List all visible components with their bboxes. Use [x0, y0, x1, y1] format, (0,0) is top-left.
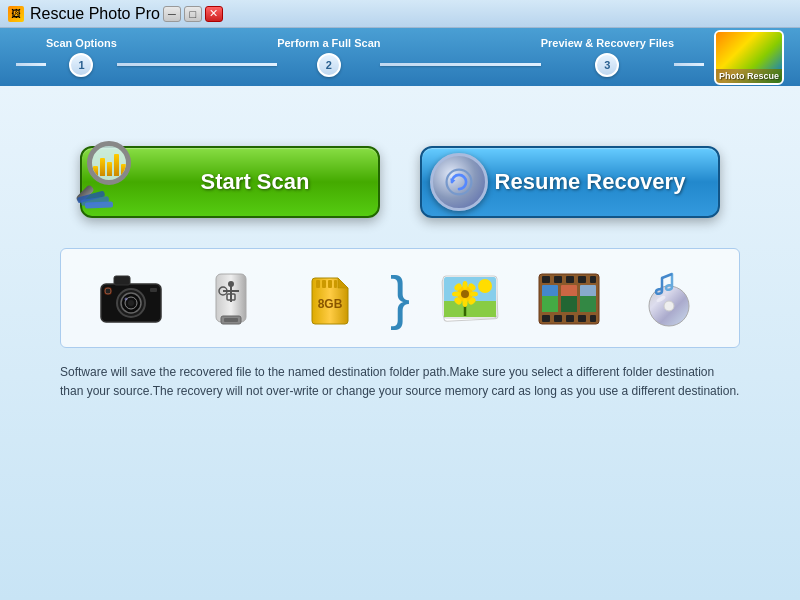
steps-container: Scan Options 1 Perform a Full Scan 2 Pre…: [16, 37, 704, 77]
svg-point-17: [228, 281, 234, 287]
resume-recovery-button[interactable]: Resume Recovery: [420, 146, 720, 218]
close-button[interactable]: ✕: [205, 6, 223, 22]
description-text: Software will save the recovered file to…: [60, 365, 739, 398]
step-2-label: Perform a Full Scan: [277, 37, 380, 49]
buttons-row: Start Scan Resume Recovery: [80, 146, 720, 218]
bar-1: [93, 166, 98, 176]
step-line-start: [16, 63, 46, 66]
music-icon: [629, 263, 709, 333]
svg-rect-24: [334, 280, 337, 288]
brace-symbol: }: [390, 264, 410, 331]
svg-line-60: [662, 274, 672, 278]
film-icon: [529, 263, 609, 333]
svg-rect-47: [542, 315, 550, 322]
brace-separator: }: [390, 268, 410, 328]
start-scan-button[interactable]: Start Scan: [80, 146, 380, 218]
svg-rect-55: [561, 296, 577, 312]
svg-point-36: [470, 291, 478, 296]
magnifier-glass: [87, 141, 131, 185]
svg-rect-53: [542, 296, 558, 312]
svg-point-35: [452, 291, 460, 296]
title-bar: 🖼 Rescue Photo Pro ─ □ ✕: [0, 0, 800, 28]
folder-tabs: [77, 194, 132, 214]
camera-icon: [91, 263, 171, 333]
step-line-end: [674, 63, 704, 66]
logo-text: Photo Rescue: [716, 69, 782, 83]
svg-rect-19: [224, 318, 238, 322]
svg-rect-9: [150, 288, 157, 292]
svg-text:8GB: 8GB: [318, 297, 343, 311]
svg-rect-48: [554, 315, 562, 322]
step-3: Preview & Recovery Files 3: [541, 37, 674, 77]
bar-3: [107, 162, 112, 176]
logo-image: [716, 32, 782, 69]
step-2-circle: 2: [317, 53, 341, 77]
resume-recovery-label: Resume Recovery: [495, 169, 686, 195]
svg-rect-49: [566, 315, 574, 322]
music-svg: [634, 266, 704, 331]
svg-point-59: [664, 301, 674, 311]
usb-svg: [201, 266, 261, 331]
svg-rect-57: [580, 296, 596, 312]
recovery-icon-circle: [430, 153, 488, 211]
minimize-button[interactable]: ─: [163, 6, 181, 22]
bar-5: [121, 164, 126, 176]
svg-rect-23: [328, 280, 332, 288]
svg-point-33: [462, 281, 467, 289]
step-1-label: Scan Options: [46, 37, 117, 49]
step-3-circle: 3: [595, 53, 619, 77]
svg-point-10: [105, 288, 111, 294]
maximize-button[interactable]: □: [184, 6, 202, 22]
step-1: Scan Options 1: [46, 37, 117, 77]
usb-drive-icon: [191, 263, 271, 333]
svg-rect-22: [322, 280, 326, 288]
scan-icon: [77, 141, 152, 216]
bar-2: [100, 158, 105, 176]
photo-icon: [430, 263, 510, 333]
sd-card-icon: 8GB: [290, 263, 370, 333]
step-3-label: Preview & Recovery Files: [541, 37, 674, 49]
camera-svg: [96, 266, 166, 331]
svg-point-7: [124, 297, 127, 300]
svg-rect-45: [578, 276, 586, 283]
main-content: Start Scan Resume Recovery: [0, 86, 800, 600]
svg-point-34: [462, 299, 467, 307]
svg-point-6: [128, 300, 134, 306]
svg-rect-21: [316, 280, 320, 288]
icons-box: 8GB }: [60, 248, 740, 348]
svg-point-28: [478, 279, 492, 293]
film-svg: [534, 266, 604, 331]
bar-chart-icon: [93, 150, 126, 176]
step-2: Perform a Full Scan 2: [277, 37, 380, 77]
svg-rect-50: [578, 315, 586, 322]
description-box: Software will save the recovered file to…: [60, 362, 740, 400]
photo-svg: [435, 266, 505, 331]
step-line-2-3: [380, 63, 540, 66]
sd-svg: 8GB: [300, 266, 360, 331]
start-scan-label: Start Scan: [201, 169, 310, 195]
svg-point-0: [447, 170, 472, 195]
bar-4: [114, 154, 119, 176]
steps-bar: Scan Options 1 Perform a Full Scan 2 Pre…: [0, 28, 800, 86]
svg-rect-51: [590, 315, 596, 322]
app-icon: 🖼: [8, 6, 24, 22]
step-1-circle: 1: [69, 53, 93, 77]
svg-rect-44: [566, 276, 574, 283]
recovery-arrow-icon: [443, 166, 475, 198]
svg-rect-42: [542, 276, 550, 283]
svg-rect-46: [590, 276, 596, 283]
step-line-1-2: [117, 63, 277, 66]
svg-point-32: [461, 290, 469, 298]
svg-rect-43: [554, 276, 562, 283]
logo-box: Photo Rescue: [714, 30, 784, 85]
svg-rect-8: [114, 276, 130, 285]
app-title: Rescue Photo Pro: [30, 5, 160, 23]
